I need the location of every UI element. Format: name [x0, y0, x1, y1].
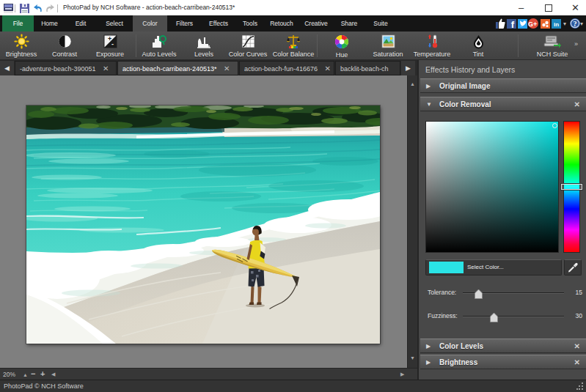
svg-text:?: ? — [574, 20, 577, 28]
svg-text:in: in — [554, 21, 559, 28]
svg-text:-: - — [111, 40, 114, 48]
svg-text:G+: G+ — [528, 21, 537, 28]
svg-text:f: f — [511, 19, 515, 29]
